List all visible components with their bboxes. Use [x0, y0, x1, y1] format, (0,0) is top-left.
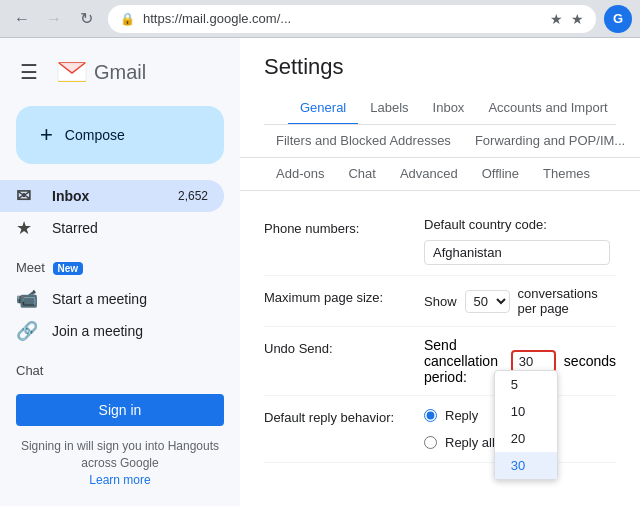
send-cancel-dropdown-popup: 5 10 20 30 [494, 370, 558, 480]
show-label: Show [424, 294, 457, 309]
profile-avatar[interactable]: G [604, 5, 632, 33]
settings-body: Phone numbers: Default country code: Max… [240, 191, 640, 506]
address-bar[interactable]: 🔒 https://mail.google.com/... ★ ★ [108, 5, 596, 33]
reply-all-label: Reply all [445, 435, 495, 450]
settings-header: Settings General Labels Inbox Accounts a… [240, 38, 640, 125]
chat-section-header: Chat [0, 355, 240, 386]
max-page-row: Maximum page size: Show 50 25 10 convers… [264, 276, 616, 327]
tab-general[interactable]: General [288, 92, 358, 125]
compose-label: Compose [65, 127, 125, 143]
dropdown-option-5[interactable]: 5 [495, 371, 557, 398]
page-size-row: Show 50 25 10 conversations per page [424, 286, 616, 316]
video-icon: 📹 [16, 288, 36, 310]
tab-accounts-import[interactable]: Accounts and Import [476, 92, 616, 125]
join-meeting-label: Join a meeting [52, 323, 208, 339]
url-text: https://mail.google.com/... [143, 11, 542, 26]
conversations-per-page-label: conversations per page [518, 286, 616, 316]
reload-button[interactable]: ↻ [72, 5, 100, 33]
dropdown-option-10[interactable]: 10 [495, 398, 557, 425]
phone-numbers-row: Phone numbers: Default country code: [264, 207, 616, 276]
start-meeting-label: Start a meeting [52, 291, 208, 307]
bookmark-icon: ★ [550, 11, 563, 27]
sign-in-description: Signing in will sign you into Hangouts a… [0, 434, 240, 492]
reply-label: Reply [445, 408, 478, 423]
sign-in-button[interactable]: Sign in [16, 394, 224, 426]
compose-plus-icon: + [40, 122, 53, 148]
settings-title: Settings [264, 54, 616, 80]
reply-all-radio[interactable] [424, 436, 437, 449]
main-content: Settings General Labels Inbox Accounts a… [240, 38, 640, 506]
reply-radio[interactable] [424, 409, 437, 422]
settings-tabs-row3: Add-ons Chat Advanced Offline Themes [240, 158, 640, 191]
sidebar-item-inbox[interactable]: ✉ Inbox 2,652 [0, 180, 224, 212]
send-cancel-select-wrapper: 30 5 10 20 5 10 [511, 350, 556, 373]
country-code-input[interactable] [424, 240, 610, 265]
nav-buttons: ← → ↻ [8, 5, 100, 33]
send-cancel-label: Send cancellation period: [424, 337, 503, 385]
tab-filters[interactable]: Filters and Blocked Addresses [264, 125, 463, 158]
max-page-label: Maximum page size: [264, 286, 424, 305]
tab-chat[interactable]: Chat [336, 158, 387, 191]
dropdown-option-20[interactable]: 20 [495, 425, 557, 452]
sidebar-item-join-meeting[interactable]: 🔗 Join a meeting [0, 315, 224, 347]
browser-chrome: ← → ↻ 🔒 https://mail.google.com/... ★ ★ … [0, 0, 640, 38]
inbox-icon: ✉ [16, 185, 36, 207]
forward-button[interactable]: → [40, 5, 68, 33]
tab-themes[interactable]: Themes [531, 158, 602, 191]
phone-default-label: Default country code: [424, 217, 547, 232]
tab-addons[interactable]: Add-ons [264, 158, 336, 191]
learn-more-link[interactable]: Learn more [89, 473, 150, 487]
meet-badge: New [53, 262, 84, 275]
sidebar-item-starred[interactable]: ★ Starred [0, 212, 224, 244]
tab-offline[interactable]: Offline [470, 158, 531, 191]
send-cancel-wrapper: Send cancellation period: 30 5 10 20 [424, 337, 616, 385]
tab-forwarding[interactable]: Forwarding and POP/IM... [463, 125, 637, 158]
settings-tabs-row1: General Labels Inbox Accounts and Import [264, 92, 616, 125]
inbox-count: 2,652 [178, 189, 208, 203]
sidebar-item-start-meeting[interactable]: 📹 Start a meeting [0, 283, 224, 315]
reply-behavior-label: Default reply behavior: [264, 406, 424, 425]
chat-label: Chat [16, 363, 43, 378]
undo-send-control: Send cancellation period: 30 5 10 20 [424, 337, 616, 385]
reply-behavior-row: Default reply behavior: Reply Reply all [264, 396, 616, 463]
reply-radio-row: Reply [424, 408, 478, 423]
lock-icon: 🔒 [120, 12, 135, 26]
compose-button[interactable]: + Compose [16, 106, 224, 164]
gmail-container: ☰ Gmail + Compose [0, 38, 640, 506]
meet-label: Meet [16, 260, 45, 275]
inbox-label: Inbox [52, 188, 162, 204]
star-icon: ★ [16, 217, 36, 239]
phone-numbers-control: Default country code: [424, 217, 616, 265]
undo-send-row: Undo Send: Send cancellation period: 30 … [264, 327, 616, 396]
sidebar-header: ☰ Gmail [0, 46, 240, 98]
tab-labels[interactable]: Labels [358, 92, 420, 125]
sidebar: ☰ Gmail + Compose [0, 38, 240, 506]
meet-section-header: Meet New [0, 252, 240, 283]
dropdown-option-30[interactable]: 30 [495, 452, 557, 479]
gmail-logo-icon [54, 54, 90, 90]
tab-advanced[interactable]: Advanced [388, 158, 470, 191]
extension-icon: ★ [571, 11, 584, 27]
seconds-label: seconds [564, 353, 616, 369]
starred-label: Starred [52, 220, 208, 236]
back-button[interactable]: ← [8, 5, 36, 33]
menu-icon[interactable]: ☰ [16, 56, 42, 88]
undo-send-label: Undo Send: [264, 337, 424, 356]
gmail-text: Gmail [94, 61, 146, 84]
link-icon: 🔗 [16, 320, 36, 342]
page-size-select[interactable]: 50 25 10 [465, 290, 510, 313]
reply-all-radio-row: Reply all [424, 435, 495, 450]
gmail-logo: Gmail [54, 54, 146, 90]
phone-numbers-label: Phone numbers: [264, 217, 424, 236]
max-page-control: Show 50 25 10 conversations per page [424, 286, 616, 316]
settings-tabs-row2: Filters and Blocked Addresses Forwarding… [240, 125, 640, 158]
tab-inbox[interactable]: Inbox [421, 92, 477, 125]
